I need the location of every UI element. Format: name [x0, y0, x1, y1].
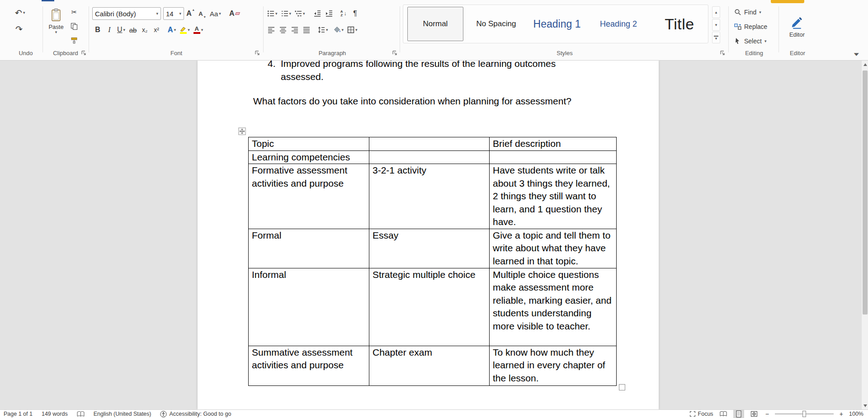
decrease-indent-button[interactable] [312, 7, 323, 20]
zoom-level[interactable]: 100% [849, 411, 865, 417]
table-cell[interactable]: Have students write or talk about 3 thin… [490, 164, 617, 229]
table-cell[interactable] [490, 150, 617, 164]
table-cell[interactable]: Chapter exam [369, 346, 490, 385]
table-cell[interactable]: Brief description [490, 137, 617, 151]
table-cell[interactable]: Strategic multiple choice [369, 268, 490, 346]
table-resize-handle[interactable] [619, 384, 625, 390]
zoom-out-button[interactable]: − [764, 410, 770, 418]
highlight-button[interactable]: ▾ [178, 23, 191, 36]
align-right-button[interactable] [289, 23, 300, 36]
align-right-icon [291, 26, 298, 33]
strikethrough-button[interactable]: ab [127, 23, 138, 36]
select-button[interactable]: Select ▾ [732, 35, 768, 47]
underline-button[interactable]: U ▾ [116, 23, 127, 36]
accessibility-status[interactable]: Accessibility: Good to go [160, 411, 231, 418]
multilevel-list-button[interactable]: ▾ [293, 7, 307, 20]
find-button[interactable]: Find ▾ [732, 6, 763, 18]
style-card-normal[interactable]: Normal [407, 7, 463, 41]
table-cell[interactable]: Topic [249, 137, 369, 151]
paragraph-dialog-launcher[interactable] [392, 50, 398, 56]
grow-font-button[interactable]: A ▴ [185, 7, 196, 20]
zoom-slider[interactable] [775, 413, 834, 414]
table-cell[interactable]: Formative assessment activities and purp… [249, 164, 369, 229]
word-count[interactable]: 149 words [42, 411, 68, 417]
grow-font-icon: A [186, 9, 192, 18]
style-card-heading-2[interactable]: Heading 2 [588, 7, 649, 41]
show-hide-marks-button[interactable]: ¶ [350, 7, 361, 20]
style-card-no-spacing[interactable]: No Spacing [467, 7, 525, 41]
zoom-in-button[interactable]: + [838, 410, 844, 418]
shrink-font-button[interactable]: A ▾ [197, 7, 208, 20]
table-cell[interactable]: Informal [249, 268, 369, 346]
style-card-title[interactable]: Title [651, 7, 708, 41]
read-mode-button[interactable] [718, 410, 729, 418]
borders-button[interactable]: ▾ [346, 23, 359, 36]
styles-gallery-down-button[interactable]: ▾ [712, 19, 720, 31]
styles-gallery-more-button[interactable]: ▾ [712, 32, 720, 43]
format-painter-button[interactable] [69, 34, 80, 47]
scroll-down-button[interactable] [862, 402, 868, 409]
list-item-number[interactable]: 4. [268, 61, 276, 70]
table-cell[interactable]: Learning competencies [249, 150, 369, 164]
italic-button[interactable]: I [104, 23, 115, 36]
language-indicator[interactable]: English (United States) [94, 411, 151, 417]
table-move-handle[interactable] [238, 127, 246, 135]
style-card-heading-1[interactable]: Heading 1 [530, 7, 584, 41]
numbering-button[interactable]: ▾ [280, 7, 293, 20]
scroll-up-button[interactable] [862, 61, 868, 68]
vertical-scrollbar[interactable] [861, 61, 868, 409]
proofing-status[interactable] [77, 411, 85, 417]
focus-button[interactable]: Focus [689, 411, 713, 417]
table-cell[interactable]: 3-2-1 activity [369, 164, 490, 229]
chevron-down-icon: ▾ [342, 28, 344, 32]
font-size-combo[interactable]: 14 ▾ [163, 7, 184, 20]
paste-button[interactable]: Paste ▾ [46, 5, 66, 47]
list-item-text[interactable]: Improved programs following the results … [281, 61, 593, 83]
shrink-font-icon: A [198, 10, 203, 17]
table-cell[interactable]: Summative assessment activities and purp… [249, 346, 369, 385]
table-cell[interactable]: Give a topic and tell them to write abou… [490, 229, 617, 268]
line-spacing-button[interactable]: ▾ [316, 23, 330, 36]
redo-button[interactable]: ↷ [14, 23, 24, 35]
table-cell[interactable]: Multiple choice questions make assessmen… [490, 268, 617, 346]
page-indicator[interactable]: Page 1 of 1 [4, 411, 33, 417]
font-color-button[interactable]: A ▾ [192, 23, 205, 36]
bullets-button[interactable]: ▾ [266, 7, 279, 20]
web-layout-button[interactable] [749, 410, 760, 418]
undo-button[interactable]: ↶ ▾ [14, 6, 26, 19]
superscript-button[interactable]: x² [151, 23, 162, 36]
print-layout-button[interactable] [733, 410, 744, 418]
justify-button[interactable] [301, 23, 312, 36]
table-cell[interactable] [369, 150, 490, 164]
subscript-button[interactable]: x₂ [139, 23, 150, 36]
copy-button[interactable] [69, 20, 80, 33]
bold-button[interactable]: B [92, 23, 103, 36]
replace-button[interactable]: Replace [732, 21, 769, 33]
document-page[interactable]: 4. Improved programs following the resul… [198, 61, 659, 409]
table-cell[interactable]: To know how much they learned in every c… [490, 346, 617, 385]
shading-button[interactable]: ▾ [332, 23, 345, 36]
text-effects-button[interactable]: A ▾ [166, 23, 177, 36]
zoom-slider-thumb[interactable] [802, 411, 806, 417]
collapse-ribbon-button[interactable]: ▾ [854, 51, 859, 57]
increase-indent-button[interactable] [324, 7, 335, 20]
styles-dialog-launcher[interactable] [719, 50, 726, 56]
group-separator [728, 6, 729, 52]
table-cell[interactable]: Essay [369, 229, 490, 268]
question-paragraph[interactable]: What factors do you take into considerat… [253, 95, 571, 108]
clipboard-dialog-launcher[interactable] [80, 50, 87, 56]
font-name-combo[interactable]: Calibri (Body) ▾ [92, 7, 161, 20]
proofing-book-icon [77, 411, 85, 417]
styles-gallery-up-button[interactable]: ▴ [712, 6, 720, 18]
scrollbar-thumb[interactable] [863, 70, 868, 315]
cut-button[interactable]: ✂ [69, 5, 80, 18]
editor-button[interactable]: Editor [783, 5, 811, 48]
clear-formatting-button[interactable]: A [228, 7, 241, 20]
table-cell[interactable] [369, 137, 490, 151]
change-case-button[interactable]: Aa ▾ [208, 7, 222, 20]
sort-button[interactable]: A Z ↓ [338, 7, 349, 20]
align-left-button[interactable] [266, 23, 277, 36]
align-center-button[interactable] [278, 23, 288, 36]
font-dialog-launcher[interactable] [254, 50, 260, 56]
table-cell[interactable]: Formal [249, 229, 369, 268]
